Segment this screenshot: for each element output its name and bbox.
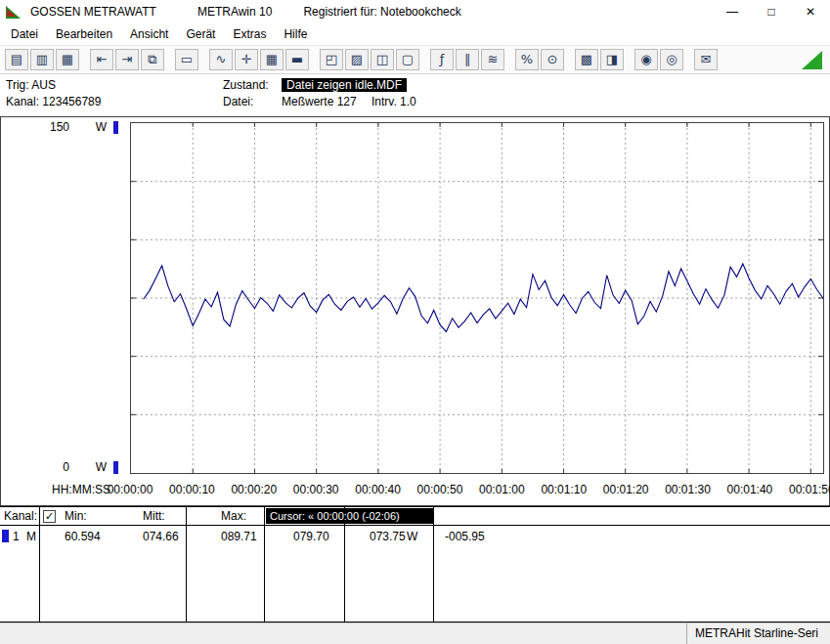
y-axis-unit-bottom: W xyxy=(75,460,107,474)
x-tick-label: 00:01:50 xyxy=(785,483,830,496)
channel-list-icon[interactable]: ∥ xyxy=(456,49,479,70)
annotation-icon[interactable]: ✉ xyxy=(694,49,718,70)
status-info-panel: Trig: AUS Kanal: 123456789 Zustand: Date… xyxy=(0,74,830,116)
menu-item-extras[interactable]: Extras xyxy=(224,24,275,44)
mitt-value: 074.66 xyxy=(143,530,179,543)
y-axis-min-label: 0 xyxy=(38,460,69,474)
chart-cursor-icon[interactable]: ◰ xyxy=(320,49,343,70)
zoom-percent-icon[interactable]: % xyxy=(515,49,539,70)
zoom-lens-icon[interactable]: ◎ xyxy=(660,49,683,70)
chart-plot-svg xyxy=(131,123,823,473)
chart-panel: 150 W 0 W HH:MM:SS 00:00:0000:00:1000:00… xyxy=(0,116,830,506)
data-copy-icon[interactable]: ⧉ xyxy=(141,49,164,70)
status-bar: METRAHit Starline-Seri xyxy=(0,623,830,644)
menu-item-ansicht[interactable]: Ansicht xyxy=(121,24,177,44)
header-divider xyxy=(0,525,830,526)
view-table-icon[interactable]: ▦ xyxy=(260,49,284,70)
x-tick-label: 00:01:20 xyxy=(599,483,652,496)
x-tick-label: 00:01:40 xyxy=(723,483,776,496)
chart-config-icon[interactable]: ▨ xyxy=(345,49,369,70)
minimize-button[interactable]: — xyxy=(713,0,752,23)
function-fx-icon[interactable]: ƒ xyxy=(430,49,454,70)
channel-color-marker-top xyxy=(113,121,118,134)
maximize-button[interactable]: □ xyxy=(752,0,791,23)
menu-item-hilfe[interactable]: Hilfe xyxy=(275,24,316,44)
channel-mode: M xyxy=(26,530,36,543)
max-value: 089.71 xyxy=(221,530,257,543)
data-export-icon[interactable]: ⇥ xyxy=(115,49,139,70)
datei-label: Datei: xyxy=(223,95,253,108)
zustand-value: Datei zeigen idle.MDF xyxy=(282,78,407,92)
title-app-name: METRAwin 10 xyxy=(197,5,272,19)
menu-item-bearbeiten[interactable]: Bearbeiten xyxy=(47,24,121,44)
x-tick-label: 00:00:50 xyxy=(414,483,466,496)
y-axis-max-label: 150 xyxy=(38,120,69,134)
cursor1-value: 079.70 xyxy=(293,530,329,543)
x-tick-label: 00:00:30 xyxy=(289,483,342,496)
print-preview-icon[interactable]: ◨ xyxy=(600,49,624,70)
cursor-unit: W xyxy=(407,530,417,543)
channel-number[interactable]: 1 xyxy=(13,530,20,543)
file-export-icon[interactable]: ▦ xyxy=(56,49,79,70)
cursor-info-header: Cursor: « 00:00:00 (-02:06) xyxy=(266,508,434,524)
cursor2-value: 073.75 xyxy=(370,530,406,543)
title-registered: Registriert für: Notebookcheck xyxy=(303,5,460,19)
toolbar: ▤▥▦⇤⇥⧉▭∿✛▦▬◰▨◫▢ƒ∥≋%⊙▩◨◉◎✉ xyxy=(0,45,830,74)
toolbar-buttons: ▤▥▦⇤⇥⧉▭∿✛▦▬◰▨◫▢ƒ∥≋%⊙▩◨◉◎✉ xyxy=(4,49,719,70)
x-tick-label: 00:00:10 xyxy=(165,483,218,496)
channel-visibility-checkbox[interactable]: ✓ xyxy=(43,510,56,523)
y-axis-unit-top: W xyxy=(75,120,107,134)
trigger-status: Trig: AUS xyxy=(6,78,56,92)
metrawin-window: { "window": { "brand": "GOSSEN METRAWATT… xyxy=(0,0,830,644)
app-logo-icon xyxy=(6,5,22,20)
channel-status: Kanal: 123456789 xyxy=(6,95,101,108)
title-bar: GOSSEN METRAWATT METRAwin 10 Registriert… xyxy=(0,0,830,23)
x-axis-caption: HH:MM:SS xyxy=(52,483,110,496)
monitor-view-icon[interactable]: ▢ xyxy=(396,49,419,70)
waveform-view-icon[interactable]: ≋ xyxy=(481,49,504,70)
zoom-window-icon[interactable]: ◉ xyxy=(634,49,658,70)
file-save-icon[interactable]: ▥ xyxy=(30,49,54,70)
channel-color-marker-bottom xyxy=(113,461,118,474)
x-axis-labels: HH:MM:SS 00:00:0000:00:1000:00:2000:00:3… xyxy=(1,483,829,500)
menu-item-datei[interactable]: Datei xyxy=(2,24,47,44)
print-icon[interactable]: ▩ xyxy=(575,49,598,70)
close-button[interactable]: ✕ xyxy=(791,0,830,23)
data-import-icon[interactable]: ⇤ xyxy=(90,49,113,70)
view-ruler-icon[interactable]: ▬ xyxy=(285,49,309,70)
kanal-header: Kanal: xyxy=(4,509,37,523)
x-tick-label: 00:00:00 xyxy=(104,483,156,496)
view-crosshair-icon[interactable]: ✛ xyxy=(235,49,258,70)
run-indicator-icon xyxy=(802,51,822,69)
x-tick-label: 00:00:40 xyxy=(352,483,405,496)
x-tick-label: 00:01:10 xyxy=(538,483,590,496)
channel-row-color-chip xyxy=(2,530,9,542)
x-tick-label: 00:01:30 xyxy=(662,483,715,496)
mitt-header: Mitt: xyxy=(143,509,165,523)
min-header: Min: xyxy=(65,509,87,523)
meter-view-icon[interactable]: ◫ xyxy=(371,49,394,70)
file-open-icon[interactable]: ▤ xyxy=(5,49,28,70)
device-status: METRAHit Starline-Seri xyxy=(686,623,830,644)
menu-item-gert[interactable]: Gerät xyxy=(177,24,224,44)
min-value: 60.594 xyxy=(65,530,101,543)
channel-panel: Kanal: ✓ Min: Mitt: Max: Cursor: « 00:00… xyxy=(0,506,830,623)
clock-icon[interactable]: ⊙ xyxy=(541,49,564,70)
zustand-label: Zustand: xyxy=(223,78,269,92)
cursor-delta: -005.95 xyxy=(445,530,485,543)
view-line-chart-icon[interactable]: ∿ xyxy=(209,49,233,70)
title-brand: GOSSEN METRAWATT xyxy=(30,5,156,19)
lcd-display-icon[interactable]: ▭ xyxy=(175,49,198,70)
datei-value: Meßwerte 127 xyxy=(282,95,357,108)
x-tick-label: 00:01:00 xyxy=(475,483,528,496)
x-tick-label: 00:00:20 xyxy=(228,483,281,496)
max-header: Max: xyxy=(221,509,246,523)
interval-value: Intrv. 1.0 xyxy=(371,95,416,108)
chart-plot[interactable] xyxy=(130,122,824,474)
menu-bar: DateiBearbeitenAnsichtGerätExtrasHilfe xyxy=(0,23,830,45)
